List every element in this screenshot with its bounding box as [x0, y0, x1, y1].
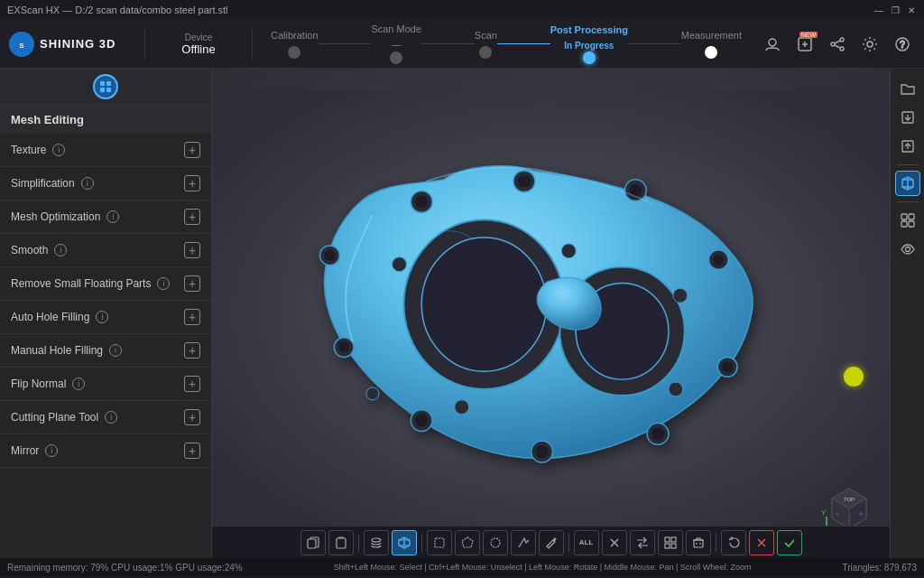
right-toolbar — [890, 69, 924, 558]
mesh-btn[interactable] — [392, 530, 417, 555]
sidebar-item-mirror[interactable]: Mirror i + — [0, 434, 211, 468]
status-triangles: Triangles: 879,673 — [843, 563, 917, 573]
window-controls[interactable]: — ❐ ✕ — [873, 5, 917, 15]
sidebar-item-mesh-optimization[interactable]: Mesh Optimization i + — [0, 200, 211, 234]
right-divider-2 — [897, 201, 919, 202]
status-memory: Remaining memory: 79% CPU usage:1% GPU u… — [7, 563, 243, 573]
logo-area: S SHINING 3D — [0, 32, 144, 57]
display-toggle-button[interactable] — [895, 208, 920, 233]
all-btn[interactable]: ALL — [574, 530, 599, 555]
step-scan[interactable]: Scan — [475, 30, 497, 59]
grid2-btn[interactable] — [658, 530, 683, 555]
svg-point-63 — [491, 538, 500, 547]
maximize-button[interactable]: ❐ — [890, 5, 901, 15]
sidebar-item-auto-hole[interactable]: Auto Hole Filling i + — [0, 301, 211, 334]
step-measurement[interactable]: Measurement — [681, 30, 742, 59]
simplification-expand-btn[interactable]: + — [184, 175, 200, 191]
bottom-toolbar: ALL — [212, 526, 890, 558]
account-button[interactable] — [760, 32, 785, 57]
svg-point-46 — [366, 387, 379, 400]
sidebar-item-texture[interactable]: Texture i + — [0, 134, 211, 167]
simplification-label: Simplification — [11, 177, 75, 190]
arrow-btn[interactable] — [511, 530, 536, 555]
mesh-optimization-expand-btn[interactable]: + — [184, 209, 200, 225]
cutting-plane-info-icon[interactable]: i — [105, 411, 117, 424]
settings-button[interactable] — [857, 32, 882, 57]
share-button[interactable] — [825, 32, 850, 57]
right-divider-1 — [897, 164, 919, 165]
eye-button[interactable] — [895, 237, 920, 262]
import-button[interactable] — [895, 105, 920, 130]
auto-hole-expand-btn[interactable]: + — [184, 309, 200, 325]
swap-btn[interactable] — [630, 530, 655, 555]
svg-point-18 — [421, 238, 546, 371]
step-scan-mode[interactable]: Scan Mode — — [371, 23, 421, 64]
svg-text:?: ? — [900, 40, 905, 50]
logo-text: SHINING 3D — [40, 37, 116, 51]
sidebar-item-cutting-plane[interactable]: Cutting Plane Tool i + — [0, 401, 211, 434]
texture-expand-btn[interactable]: + — [184, 142, 200, 158]
select-poly-btn[interactable] — [455, 530, 480, 555]
cancel-x-btn[interactable] — [749, 530, 774, 555]
undo-btn[interactable] — [721, 530, 746, 555]
close-button[interactable]: ✕ — [906, 5, 917, 15]
step-post-processing-dot — [583, 51, 596, 64]
mesh-optimization-info-icon[interactable]: i — [106, 210, 119, 223]
select-circle-btn[interactable] — [483, 530, 508, 555]
open-folder-button[interactable] — [895, 76, 920, 101]
manual-hole-expand-btn[interactable]: + — [184, 342, 200, 359]
deselect-x-btn[interactable] — [602, 530, 627, 555]
svg-rect-67 — [671, 537, 676, 542]
title-text: EXScan HX — D:/2 scan data/combo steel p… — [7, 5, 228, 15]
svg-line-8 — [835, 45, 840, 48]
confirm-btn[interactable] — [777, 530, 802, 555]
cutting-plane-expand-btn[interactable]: + — [184, 409, 200, 425]
manual-hole-info-icon[interactable]: i — [109, 344, 122, 357]
svg-point-36 — [415, 415, 428, 427]
export-button[interactable] — [895, 134, 920, 159]
sidebar-item-smooth[interactable]: Smooth i + — [0, 234, 211, 267]
simplification-info-icon[interactable]: i — [81, 177, 94, 190]
minimize-button[interactable]: — — [873, 5, 884, 15]
texture-info-icon[interactable]: i — [52, 144, 65, 156]
remove-floating-info-icon[interactable]: i — [157, 277, 170, 290]
svg-point-43 — [673, 288, 688, 303]
flip-normal-info-icon[interactable]: i — [72, 378, 85, 390]
navigation-steps: Calibration Scan Mode — Scan Post Proces… — [253, 23, 760, 64]
svg-point-2 — [769, 39, 776, 46]
flip-normal-expand-btn[interactable]: + — [184, 376, 200, 392]
svg-point-22 — [415, 196, 428, 209]
svg-point-6 — [840, 47, 844, 51]
select-rect-btn[interactable] — [427, 530, 452, 555]
svg-point-87 — [905, 247, 910, 252]
sidebar-item-manual-hole[interactable]: Manual Hole Filling i + — [0, 334, 211, 368]
device-area: Device Offline — [144, 29, 253, 60]
mirror-expand-btn[interactable]: + — [184, 443, 200, 459]
help-button[interactable]: ? — [890, 32, 915, 57]
mirror-info-icon[interactable]: i — [45, 444, 58, 457]
remove-floating-expand-btn[interactable]: + — [184, 275, 200, 292]
svg-rect-68 — [665, 544, 670, 548]
paste-btn[interactable] — [328, 530, 354, 555]
sidebar-item-flip-normal[interactable]: Flip Normal i + — [0, 368, 211, 401]
delete-btn[interactable] — [686, 530, 711, 555]
smooth-expand-btn[interactable]: + — [184, 242, 200, 258]
draw-btn[interactable] — [539, 530, 564, 555]
manual-hole-label: Manual Hole Filling — [11, 344, 103, 357]
auto-hole-info-icon[interactable]: i — [96, 311, 108, 323]
smooth-info-icon[interactable]: i — [54, 244, 67, 256]
3d-view-button[interactable] — [895, 171, 920, 196]
copy-btn[interactable] — [300, 530, 326, 555]
sidebar-item-simplification[interactable]: Simplification i + — [0, 167, 211, 200]
svg-point-24 — [518, 175, 531, 188]
viewport[interactable]: TOP R F X Y — [212, 69, 890, 558]
svg-rect-14 — [100, 88, 105, 92]
layer-btn[interactable] — [364, 530, 389, 555]
step-measurement-dot — [705, 46, 717, 59]
sidebar-item-remove-floating[interactable]: Remove Small Floating Parts i + — [0, 267, 211, 301]
step-post-processing[interactable]: Post Processing In Progress — [550, 24, 628, 64]
step-calibration[interactable]: Calibration — [271, 30, 319, 59]
svg-point-4 — [840, 38, 844, 42]
new-badge-button[interactable]: NEW — [792, 32, 818, 57]
sidebar-nav-icon[interactable] — [93, 74, 118, 99]
